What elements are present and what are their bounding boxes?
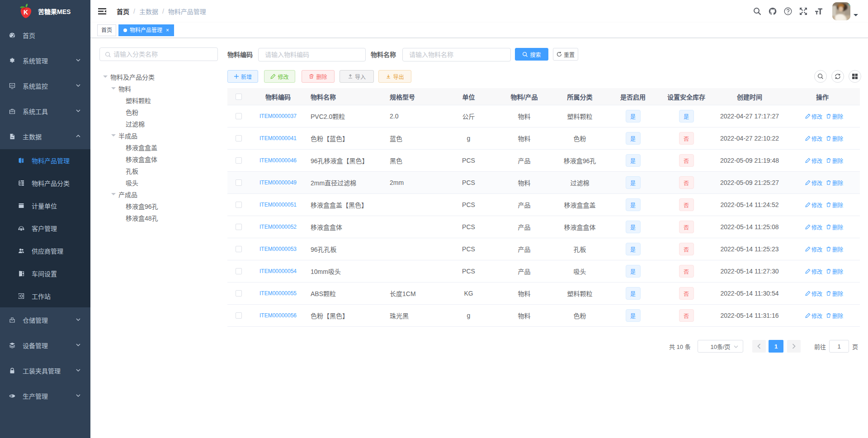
svg-text:K: K — [24, 9, 28, 16]
